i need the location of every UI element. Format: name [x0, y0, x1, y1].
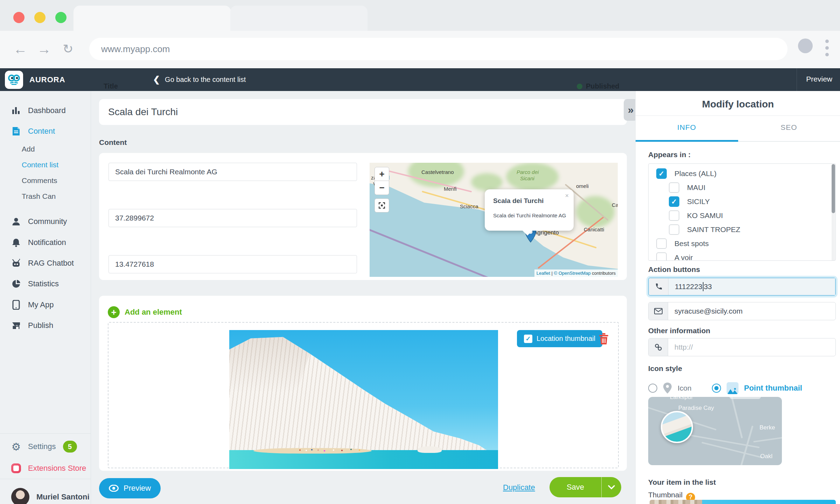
- address-input[interactable]: Scala dei Turchi Realmonte AG: [108, 163, 357, 181]
- email-input-group: syracuse@sicily.com: [648, 302, 836, 320]
- sidebar: Dashboard Content Add Content list Comme…: [0, 91, 91, 504]
- browser-tab-inactive[interactable]: [230, 6, 368, 31]
- map-zoom-control: + −: [374, 167, 389, 212]
- location-thumbnail-toggle[interactable]: ✓ Location thumbnail: [517, 330, 602, 347]
- reload-icon[interactable]: ↻: [57, 38, 78, 59]
- modify-location-panel: Modify location INFO SEO Appears in : ✓P…: [635, 91, 840, 504]
- checkbox-checked-icon: ✓: [669, 196, 679, 207]
- place-row-ko-samui[interactable]: KO SAMUI: [649, 209, 835, 223]
- point-thumbnail-preview-map: Larkspur Paradise Cay Berke Oakl: [648, 397, 782, 465]
- radio-point-thumbnail-option[interactable]: [712, 384, 721, 393]
- point-thumbnail-image[interactable]: [661, 411, 693, 443]
- sidebar-item-add[interactable]: Add: [0, 142, 91, 156]
- content-section-label: Content: [99, 138, 127, 147]
- place-row-maui[interactable]: MAUI: [649, 181, 835, 195]
- sidebar-item-content[interactable]: Content: [0, 124, 91, 138]
- trash-icon[interactable]: [598, 332, 609, 345]
- save-dropdown-button[interactable]: [602, 477, 621, 497]
- duplicate-link[interactable]: Duplicate: [503, 483, 535, 492]
- document-icon: [11, 126, 21, 136]
- go-back-link[interactable]: ❮ Go back to the content list: [153, 75, 246, 84]
- bar-chart-icon: [11, 106, 21, 115]
- popup-close-icon[interactable]: ×: [565, 192, 569, 200]
- place-row-places-all[interactable]: ✓Places (ALL): [649, 167, 835, 181]
- url-input-group: http://: [648, 338, 836, 356]
- browser-profile-icon[interactable]: [798, 38, 813, 53]
- sidebar-item-my-app[interactable]: My App: [0, 298, 91, 312]
- zoom-out-button[interactable]: −: [374, 181, 389, 195]
- place-row-a-voir[interactable]: A voir: [649, 251, 835, 261]
- url-input[interactable]: http://: [668, 338, 835, 356]
- sidebar-item-rag-chatbot[interactable]: RAG Chatbot: [0, 256, 91, 270]
- main-content: Scala dei Turchi » Content Scala dei Tur…: [91, 91, 635, 504]
- sidebar-item-trash-can[interactable]: Trash Can: [0, 189, 91, 203]
- list-scrollbar[interactable]: [832, 164, 835, 261]
- location-photo: [229, 330, 498, 469]
- tab-seo[interactable]: SEO: [738, 123, 840, 132]
- element-card: + Add an element ✓ Location thumbnail: [99, 296, 627, 471]
- navbar-preview-button[interactable]: Preview: [806, 75, 832, 83]
- icon-style-label: Icon style: [648, 364, 682, 373]
- sidebar-divider: [0, 433, 91, 434]
- place-row-best-spots[interactable]: Best spots: [649, 237, 835, 251]
- title-input[interactable]: Scala dei Turchi: [99, 99, 627, 125]
- fullscreen-button[interactable]: [374, 198, 389, 212]
- eye-icon: [109, 485, 119, 492]
- leaflet-map[interactable]: Castelvetrano zara del Vallo Menfi Sciac…: [370, 163, 618, 277]
- published-dot-icon: [577, 84, 582, 89]
- popup-title: Scala dei Turchi: [493, 197, 544, 205]
- sidebar-item-community[interactable]: Community: [0, 215, 91, 229]
- add-element-button[interactable]: + Add an element: [108, 306, 182, 318]
- chevron-down-icon: [608, 485, 615, 489]
- preview-button[interactable]: Preview: [99, 478, 161, 498]
- storefront-icon: [11, 321, 21, 330]
- browser-menu-icon[interactable]: [825, 38, 829, 56]
- checkbox-checked-icon: ✓: [524, 335, 532, 343]
- minimize-window-button[interactable]: [34, 12, 46, 23]
- save-button[interactable]: Save: [550, 477, 602, 497]
- phone-input[interactable]: 111222333: [668, 278, 835, 295]
- sidebar-item-settings[interactable]: ⚙ Settings 5: [0, 440, 91, 454]
- element-dropzone[interactable]: ✓ Location thumbnail: [108, 322, 619, 468]
- plus-icon: +: [108, 306, 120, 318]
- sidebar-item-statistics[interactable]: Statistics: [0, 277, 91, 291]
- sidebar-item-dashboard[interactable]: Dashboard: [0, 104, 91, 118]
- phone-icon: [649, 278, 668, 295]
- sidebar-item-comments[interactable]: Comments: [0, 174, 91, 188]
- tab-info[interactable]: INFO: [636, 123, 738, 132]
- radio-icon-option[interactable]: [648, 384, 657, 393]
- maximize-window-button[interactable]: [55, 12, 66, 23]
- url-bar[interactable]: www.myapp.com: [89, 38, 788, 60]
- place-row-sicily[interactable]: ✓SICILY: [649, 195, 835, 209]
- gear-icon: ⚙: [11, 442, 21, 451]
- sidebar-item-publish[interactable]: Publish: [0, 318, 91, 332]
- browser-tab-active[interactable]: [74, 6, 231, 31]
- zoom-in-button[interactable]: +: [374, 167, 389, 181]
- sidebar-item-content-list[interactable]: Content list: [0, 158, 91, 172]
- forward-icon[interactable]: →: [34, 38, 55, 59]
- bell-icon: [11, 238, 21, 247]
- person-icon: [11, 217, 21, 226]
- map-attribution: Leaflet | © OpenStreetMap contributors: [534, 270, 618, 277]
- smartphone-icon: [11, 300, 21, 310]
- longitude-input[interactable]: 13.4727618: [108, 255, 357, 273]
- item-thumbnail-preview: [650, 500, 836, 504]
- panel-title: Modify location: [636, 99, 840, 110]
- phone-input-group: 111222333: [648, 278, 836, 296]
- user-profile[interactable]: Muriel Santoni: [0, 485, 91, 504]
- place-row-saint-tropez[interactable]: SAINT TROPEZ: [649, 223, 835, 237]
- browser-toolbar: ← → ↻ www.myapp.com: [0, 31, 840, 68]
- navbar-divider: [797, 68, 797, 91]
- sidebar-item-extensions-store[interactable]: Extensions Store: [0, 461, 91, 475]
- active-tab-indicator: [636, 140, 738, 142]
- close-window-button[interactable]: [13, 12, 24, 23]
- appears-in-label: Appears in :: [648, 150, 691, 159]
- latitude-input[interactable]: 37.2899672: [108, 209, 357, 227]
- aurora-logo-icon[interactable]: [5, 71, 23, 89]
- email-input[interactable]: syracuse@sicily.com: [668, 302, 835, 320]
- action-buttons-label: Action buttons: [648, 265, 700, 274]
- checkbox-icon: [669, 210, 679, 221]
- map-popup: Scala dei Turchi Scala dei Turchi Realmo…: [485, 189, 574, 231]
- sidebar-item-notification[interactable]: Notification: [0, 236, 91, 250]
- back-icon[interactable]: ←: [10, 38, 31, 59]
